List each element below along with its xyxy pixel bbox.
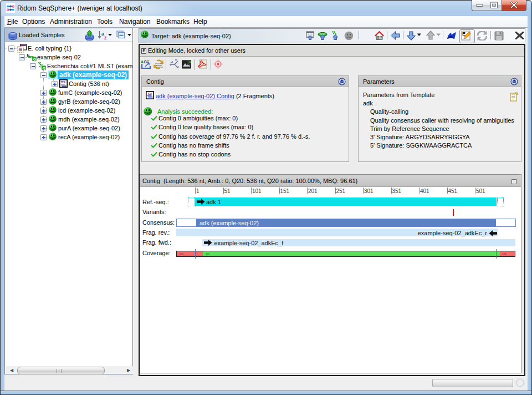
svg-text:1/0: 1/0 [502, 252, 507, 255]
svg-text:Q: Q [43, 67, 45, 70]
svg-text:Q: Q [33, 58, 36, 61]
svg-text:z: z [104, 35, 107, 40]
svg-text:1/1: 1/1 [206, 252, 210, 255]
svg-text:TCA: TCA [61, 80, 66, 84]
svg-text:TCA: TCA [147, 92, 152, 95]
svg-text:0/1: 0/1 [180, 252, 184, 255]
svg-text:A: A [141, 60, 144, 64]
